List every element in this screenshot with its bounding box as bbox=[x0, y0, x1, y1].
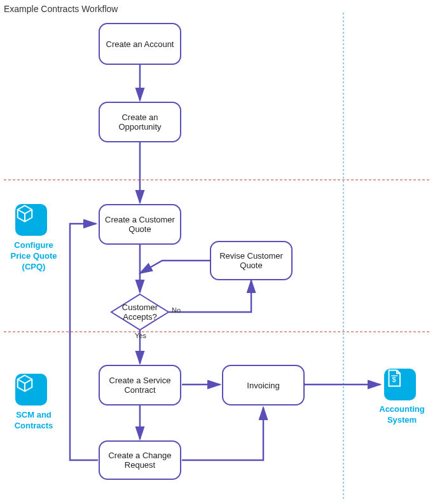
scm-icon bbox=[15, 374, 47, 405]
arrow-revise-merge bbox=[140, 261, 210, 273]
node-label: Create a Customer Quote bbox=[104, 215, 176, 234]
node-create-service-contract: Create a Service Contract bbox=[99, 365, 181, 405]
edge-label-no: No bbox=[172, 306, 181, 314]
node-label: Create an Account bbox=[106, 39, 174, 49]
accounting-icon: $ bbox=[384, 369, 416, 400]
invoice-icon: $ bbox=[384, 369, 403, 388]
workflow-diagram: Example Contracts Workflow bbox=[0, 0, 435, 504]
arrow-change-invoicing bbox=[182, 407, 263, 460]
node-label: Invoicing bbox=[247, 381, 279, 390]
node-create-change-request: Create a Change Request bbox=[99, 440, 181, 480]
node-label: Create a Service Contract bbox=[104, 376, 176, 395]
section-label-scm: SCM and Contracts bbox=[6, 410, 61, 432]
node-label: Revise Customer Quote bbox=[215, 251, 287, 270]
node-create-account: Create an Account bbox=[99, 23, 181, 65]
box-icon bbox=[15, 374, 34, 393]
cpq-icon bbox=[15, 204, 47, 236]
node-invoicing: Invoicing bbox=[222, 365, 305, 405]
node-label: Create an Opportunity bbox=[104, 112, 176, 132]
box-icon bbox=[15, 204, 34, 223]
node-create-quote: Create a Customer Quote bbox=[99, 204, 181, 245]
arrow-change-loop-quote bbox=[70, 224, 98, 460]
svg-text:$: $ bbox=[392, 376, 396, 383]
decision-label: Customer Accepts? bbox=[114, 303, 165, 322]
section-label-cpq: Configure Price Quote (CPQ) bbox=[5, 240, 62, 273]
edge-label-yes: Yes bbox=[135, 332, 146, 339]
arrow-decision-no-revise bbox=[169, 280, 251, 312]
node-revise-quote: Revise Customer Quote bbox=[210, 241, 293, 280]
section-label-accounting: Accounting System bbox=[376, 404, 427, 426]
node-label: Create a Change Request bbox=[104, 451, 176, 470]
node-create-opportunity: Create an Opportunity bbox=[99, 102, 181, 142]
